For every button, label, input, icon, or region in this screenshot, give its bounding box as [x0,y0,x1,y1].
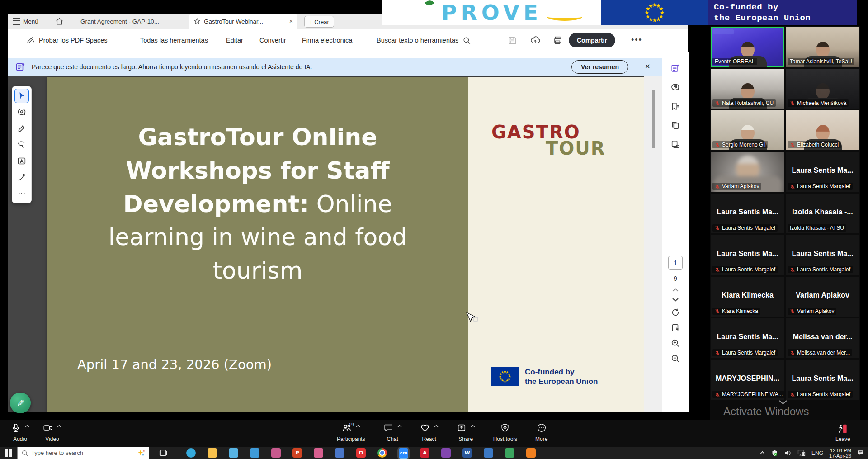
bookmark-button[interactable] [670,101,680,111]
close-banner-icon[interactable]: ✕ [645,62,651,71]
chevron-up-icon[interactable] [356,423,360,428]
maps-taskbar-icon[interactable] [505,448,514,458]
scrollbar-track[interactable] [644,76,662,412]
chevron-up-icon[interactable] [397,423,402,428]
participant-tile[interactable]: Laura Sentís Ma...Laura Sentís Margalef [711,318,784,358]
tab-grant-agreement[interactable]: Grant Agreement - GAP-10... [76,14,177,29]
more-participants-icon[interactable] [778,400,788,405]
staruml-taskbar-icon[interactable] [526,448,536,458]
leave-button[interactable]: Leave [835,423,850,442]
powerpoint-taskbar-icon[interactable]: P [292,448,302,458]
host-tools-button[interactable]: Host tools [493,423,517,442]
highlighter-tool[interactable] [14,121,29,136]
participant-tile[interactable]: Elizabeth Colucci [786,110,859,150]
add-comment-tool[interactable] [14,105,29,119]
chevron-up-icon[interactable] [471,423,475,428]
close-tab-icon[interactable]: × [289,18,293,25]
participant-tile[interactable]: Tamar Aslanishvili, TeSaU [786,27,859,67]
next-page-icon[interactable] [672,298,679,302]
chat-button[interactable]: Chat [383,423,402,442]
participant-tile[interactable]: Melissa van der...Melissa van der Mer... [786,318,859,358]
participant-tile[interactable]: Klara KlimeckaKlara Klimecka [711,277,784,317]
home-button[interactable] [55,14,64,29]
share-button[interactable]: Compartir [569,33,615,47]
chevron-up-icon[interactable] [25,423,29,428]
hidden-icons-chevron[interactable] [760,451,765,455]
convert-menu[interactable]: Convertir [259,29,286,52]
notepad-taskbar-icon[interactable] [484,448,493,458]
start-button[interactable] [5,449,12,457]
save-button[interactable] [508,29,517,52]
chevron-up-icon[interactable] [57,423,61,428]
pages-button[interactable] [670,120,680,130]
zoom-in-icon[interactable] [670,338,680,348]
acrobat-taskbar-icon[interactable]: A [420,448,429,458]
participant-tile[interactable]: Laura Sentís Ma...Laura Sentís Margalef [786,152,859,192]
store-taskbar-icon[interactable] [229,448,238,458]
word-taskbar-icon[interactable]: W [462,448,472,458]
file-explorer-taskbar-icon[interactable] [208,448,217,458]
comment-button[interactable] [670,82,680,92]
share-button[interactable]: Share [457,423,475,442]
search-tools-button[interactable]: Buscar texto o herramientas [377,29,471,52]
media-player-taskbar-icon[interactable] [441,448,451,458]
participants-button[interactable]: 19Participants [337,423,365,442]
previous-page-icon[interactable] [672,288,679,292]
participant-tile[interactable]: Michaela Menšíková [786,69,859,109]
create-button[interactable]: + Crear [304,16,334,28]
snapshot-icon[interactable] [670,323,680,333]
task-view-button[interactable] [159,449,167,457]
participant-tile[interactable]: Laura Sentís Ma...Laura Sentís Margalef [711,194,784,233]
participant-tile[interactable]: Izolda Khasaia -...Izolda Khasaia - ATSU [786,194,859,233]
security-shield-icon[interactable] [771,450,778,457]
more-button[interactable]: More [535,423,547,442]
lasso-tool[interactable] [14,137,29,152]
participant-tile[interactable]: MARYJOSEPHIN...MARYJOSEPHINE WA... [711,360,784,400]
language-indicator[interactable]: ENG [811,450,823,456]
video-button[interactable]: Video [43,423,61,442]
ai-assistant-button[interactable] [670,63,680,73]
network-icon[interactable] [797,450,806,456]
taskbar-search-input[interactable]: Type here to search [17,447,149,459]
audio-button[interactable]: Audio [11,423,29,442]
zoom-out-icon[interactable] [670,354,680,364]
participant-tile[interactable]: Nata Robitashvili, CU [711,69,784,109]
taskbar-clock[interactable]: 12:04 PM 17-Apr-26 [829,448,851,459]
edit-fab-button[interactable]: ✎ [10,393,31,413]
participant-tile[interactable]: Varlam AplakovVarlam Aplakov [786,277,859,317]
zoom-taskbar-icon[interactable]: zm [399,448,408,459]
chrome-taskbar-icon[interactable] [377,448,387,458]
toolbar-overflow-button[interactable]: ••• [631,35,642,45]
print-button[interactable] [553,29,562,52]
rotate-page-icon[interactable] [670,308,680,317]
esign-menu[interactable]: Firma electrónica [302,29,352,52]
page-number-input[interactable]: 1 [668,256,683,270]
participant-tile[interactable]: Events OBREAL [711,27,784,67]
paint-taskbar-icon[interactable] [271,448,281,458]
all-tools-menu[interactable]: Todas las herramientas [140,29,208,52]
photos-taskbar-icon[interactable] [314,448,323,458]
upload-cloud-button[interactable] [530,29,540,52]
participant-tile[interactable]: Laura Sentís Ma...Laura Sentís Margalef [786,360,859,400]
edit-menu[interactable]: Editar [226,29,243,52]
more-tools-tool[interactable] [14,186,29,201]
volume-icon[interactable] [784,450,792,456]
react-button[interactable]: React [420,423,439,442]
participant-tile[interactable]: Laura Sentís Ma...Laura Sentís Margalef [711,235,784,275]
tab-gastrotour-webinar[interactable]: GastroTour Webinar... × [189,14,297,29]
chevron-up-icon[interactable] [434,423,439,428]
menu-button[interactable]: Menú [13,14,38,29]
select-arrow-tool[interactable] [14,89,29,103]
participant-tile[interactable]: Sergio Moreno Gil [711,110,784,150]
view-summary-button[interactable]: Ver resumen [571,60,628,74]
pdf-spaces-button[interactable]: Probar los PDF Spaces [26,29,108,52]
mail-taskbar-icon[interactable] [250,448,259,458]
notifications-icon[interactable] [857,450,864,456]
export-info-button[interactable] [670,139,680,149]
scrollbar-thumb[interactable] [652,90,655,148]
draw-tool[interactable] [14,170,29,185]
participant-tile[interactable]: Laura Sentís Ma...Laura Sentís Margalef [786,235,859,275]
participant-tile[interactable]: Varlam Aplakov [711,152,784,192]
edge-taskbar-icon[interactable] [186,448,196,458]
opera-taskbar-icon[interactable]: O [356,448,366,458]
